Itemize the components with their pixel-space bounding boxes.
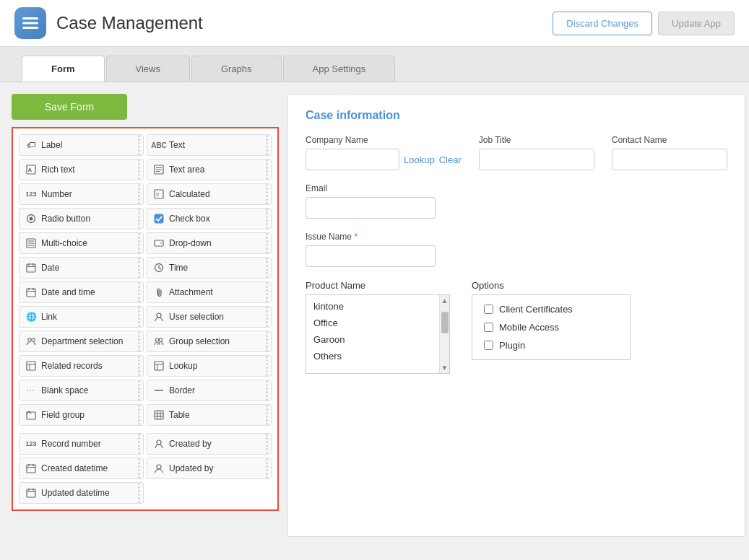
component-calculated[interactable]: # Calculated <box>147 183 272 205</box>
component-text[interactable]: ABC Text <box>147 134 272 156</box>
component-created-datetime[interactable]: Created datetime <box>19 458 144 479</box>
lookup-icon <box>153 360 165 372</box>
components-panel: 🏷 Label ABC Text A Rich text <box>12 127 279 511</box>
option-plugin-checkbox[interactable] <box>484 341 493 350</box>
options-field: Options Client Certificates Mobile Acces… <box>472 280 631 374</box>
company-name-input-group: Lookup Clear <box>306 149 462 170</box>
product-option-kintone[interactable]: kintone <box>306 298 449 315</box>
tab-views[interactable]: Views <box>106 56 190 82</box>
lookup-button[interactable]: Lookup <box>404 154 435 165</box>
tab-graphs[interactable]: Graphs <box>191 56 282 82</box>
product-option-office[interactable]: Office <box>306 315 449 331</box>
component-number[interactable]: 123 Number <box>19 183 144 205</box>
component-lookup[interactable]: Lookup <box>147 355 272 377</box>
svg-rect-0 <box>22 17 38 19</box>
component-time[interactable]: Time <box>147 257 272 279</box>
svg-line-25 <box>159 268 161 269</box>
related-icon <box>25 360 37 372</box>
attachment-icon <box>153 286 165 298</box>
save-form-button[interactable]: Save Form <box>12 94 127 120</box>
component-text-area[interactable]: Text area <box>147 159 272 180</box>
scroll-down-arrow[interactable]: ▼ <box>440 362 450 373</box>
component-group-selection[interactable]: Group selection <box>147 331 272 352</box>
component-field-group[interactable]: Field group <box>19 404 144 426</box>
component-user-selection[interactable]: User selection <box>147 306 272 328</box>
product-option-garoon[interactable]: Garoon <box>306 331 449 348</box>
component-rich-text[interactable]: A Rich text <box>19 159 144 180</box>
form-row-1: Company Name Lookup Clear Job Title Cont… <box>306 135 727 170</box>
email-label: Email <box>306 183 436 193</box>
option-client-certificates-label: Client Certificates <box>499 304 573 315</box>
component-label[interactable]: 🏷 Label <box>19 134 144 156</box>
clear-button[interactable]: Clear <box>439 154 462 165</box>
svg-point-30 <box>157 313 161 318</box>
number-icon: 123 <box>25 188 37 200</box>
options-checkboxes: Client Certificates Mobile Access Plugin <box>472 294 631 360</box>
radio-icon <box>25 213 37 224</box>
updateddt-icon <box>25 487 37 499</box>
svg-rect-44 <box>155 411 163 419</box>
email-input[interactable] <box>306 197 436 219</box>
components-grid: 🏷 Label ABC Text A Rich text <box>19 134 272 426</box>
tab-form[interactable]: Form <box>22 56 105 82</box>
date-icon <box>25 262 37 274</box>
component-datetime[interactable]: Date and time <box>19 281 144 303</box>
component-updated-datetime[interactable]: Updated datetime <box>19 482 144 504</box>
main-area: Save Form 🏷 Label ABC Text A <box>0 82 749 548</box>
job-title-label: Job Title <box>479 135 594 145</box>
contact-name-input[interactable] <box>612 149 727 170</box>
border-icon <box>153 385 165 396</box>
issue-name-input[interactable] <box>306 245 436 267</box>
component-attachment[interactable]: Attachment <box>147 281 272 303</box>
user-icon <box>153 311 165 323</box>
component-checkbox[interactable]: Check box <box>147 208 272 229</box>
svg-rect-50 <box>27 465 35 473</box>
update-app-button[interactable]: Update App <box>658 12 735 35</box>
recnum-icon: 123 <box>25 438 37 450</box>
option-mobile-access-checkbox[interactable] <box>484 323 493 332</box>
component-link[interactable]: 🌐 Link <box>19 306 144 328</box>
issue-name-label: Issue Name * <box>306 232 436 242</box>
richtext-icon: A <box>25 164 37 175</box>
component-border[interactable]: Border <box>147 380 272 401</box>
link-icon: 🌐 <box>25 311 37 323</box>
component-related-records[interactable]: Related records <box>19 355 144 377</box>
component-table[interactable]: Table <box>147 404 272 426</box>
svg-point-12 <box>30 217 33 221</box>
dept-icon <box>25 336 37 347</box>
svg-text:A: A <box>28 167 33 173</box>
product-option-others[interactable]: Others <box>306 348 449 364</box>
discard-changes-button[interactable]: Discard Changes <box>553 12 652 35</box>
svg-point-33 <box>155 338 158 341</box>
component-updated-by[interactable]: Updated by <box>147 458 272 479</box>
component-multi-choice[interactable]: Multi-choice <box>19 232 144 254</box>
email-field: Email <box>306 183 436 219</box>
product-name-field: Product Name kintone Office Garoon Other… <box>306 280 450 374</box>
option-client-certificates-checkbox[interactable] <box>484 305 493 314</box>
component-dept-selection[interactable]: Department selection <box>19 331 144 352</box>
product-name-select[interactable]: kintone Office Garoon Others ▲ ▼ <box>306 294 450 374</box>
tab-app-settings[interactable]: App Settings <box>283 56 396 82</box>
component-created-by[interactable]: Created by <box>147 433 272 455</box>
component-record-number[interactable]: 123 Record number <box>19 433 144 455</box>
svg-rect-35 <box>27 362 35 370</box>
scroll-up-arrow[interactable]: ▲ <box>440 295 450 306</box>
company-name-input[interactable] <box>306 149 399 170</box>
component-date[interactable]: Date <box>19 257 144 279</box>
option-plugin-row: Plugin <box>484 340 618 351</box>
select-scrollbar[interactable]: ▲ ▼ <box>439 295 449 373</box>
svg-rect-55 <box>27 489 35 497</box>
component-radio[interactable]: Radio button <box>19 208 144 229</box>
svg-rect-13 <box>155 214 163 223</box>
component-dropdown[interactable]: Drop-down <box>147 232 272 254</box>
component-blank-space[interactable]: Blank space <box>19 380 144 401</box>
svg-rect-26 <box>27 289 35 297</box>
company-name-field: Company Name Lookup Clear <box>306 135 462 170</box>
checkbox-icon <box>153 213 165 224</box>
job-title-input[interactable] <box>479 149 594 170</box>
contact-name-field: Contact Name <box>612 135 727 170</box>
time-icon <box>153 262 165 274</box>
left-panel: Save Form 🏷 Label ABC Text A <box>12 94 279 537</box>
issue-name-field: Issue Name * <box>306 232 436 267</box>
app-logo <box>14 7 46 39</box>
